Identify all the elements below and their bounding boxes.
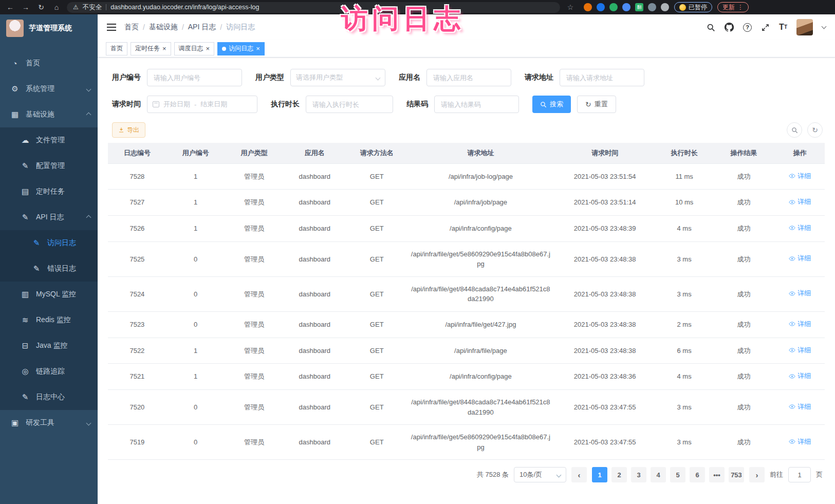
toggle-search-button[interactable] bbox=[787, 122, 802, 138]
detail-link[interactable]: 详细 bbox=[789, 437, 811, 447]
detail-link-label: 详细 bbox=[797, 371, 811, 381]
font-size-icon[interactable]: TT bbox=[779, 23, 787, 31]
home-icon[interactable]: ⌂ bbox=[51, 3, 62, 11]
breadcrumb-item[interactable]: 首页 bbox=[124, 23, 139, 32]
chevron-down-icon[interactable] bbox=[822, 24, 827, 29]
close-icon[interactable]: × bbox=[256, 45, 260, 52]
sidebar-item-gear[interactable]: ⚙系统管理 bbox=[0, 76, 98, 102]
scheduled-task-icon: ▤ bbox=[21, 187, 30, 196]
address-bar[interactable]: ⚠ 不安全 dashboard.yudao.iocoder.cn/infra/l… bbox=[67, 2, 560, 13]
request-time-range[interactable]: 开始日期 - 结束日期 bbox=[147, 96, 257, 113]
reload-icon[interactable]: ↻ bbox=[36, 3, 46, 11]
filter-label-duration: 执行时长 bbox=[271, 100, 300, 109]
tab-item[interactable]: 首页 bbox=[106, 42, 127, 55]
column-header: 用户编号 bbox=[166, 143, 225, 163]
sidebar-item-file-manage[interactable]: ☁文件管理 bbox=[0, 127, 98, 153]
ext-orange-icon[interactable] bbox=[584, 3, 592, 11]
detail-link[interactable]: 详细 bbox=[789, 319, 811, 329]
sidebar-item-access-log[interactable]: ✎访问日志 bbox=[0, 230, 98, 256]
user-id-input[interactable] bbox=[147, 69, 242, 86]
close-icon[interactable]: × bbox=[162, 45, 166, 52]
next-page-button[interactable]: › bbox=[749, 467, 765, 482]
ext-translate-icon[interactable]: 翻 bbox=[635, 3, 643, 11]
cell-action: 详细 bbox=[775, 216, 825, 242]
detail-link[interactable]: 详细 bbox=[789, 253, 811, 264]
user-type-select[interactable]: 请选择用户类型 bbox=[290, 69, 385, 86]
request-url-input[interactable] bbox=[560, 69, 644, 86]
detail-link[interactable]: 详细 bbox=[789, 197, 811, 207]
detail-link[interactable]: 详细 bbox=[789, 223, 811, 233]
user-avatar[interactable] bbox=[796, 19, 813, 35]
sidebar-item-error-log[interactable]: ✎错误日志 bbox=[0, 256, 98, 282]
ext-grid-icon[interactable] bbox=[622, 3, 630, 11]
ext-leaf-icon[interactable] bbox=[648, 3, 656, 11]
app-logo[interactable]: 芋道管理系统 bbox=[0, 14, 98, 42]
help-icon[interactable]: ? bbox=[743, 23, 752, 32]
duration-input[interactable] bbox=[306, 96, 393, 113]
main-panel: 首页/基础设施/API 日志/访问日志 ? TT 首页定时任务×调度日志×访问日… bbox=[98, 14, 835, 504]
refresh-button[interactable]: ↻ bbox=[807, 122, 823, 138]
search-icon[interactable] bbox=[707, 23, 715, 32]
sidebar-item-log-center[interactable]: ✎日志中心 bbox=[0, 384, 98, 410]
goto-page-input[interactable] bbox=[788, 467, 811, 482]
tab-item[interactable]: 调度日志× bbox=[174, 42, 215, 55]
github-icon[interactable] bbox=[725, 23, 734, 32]
cell-url: /api/infra/file/get/8448cada8c714e4ab61f… bbox=[407, 390, 553, 425]
page-button[interactable]: 5 bbox=[670, 467, 685, 482]
sidebar-item-redis-monitor[interactable]: ≋Redis 监控 bbox=[0, 307, 98, 333]
sidebar-item-dashboard[interactable]: ◔首页 bbox=[0, 50, 98, 76]
search-button[interactable]: 搜索 bbox=[532, 96, 571, 113]
page-button[interactable]: 4 bbox=[651, 467, 666, 482]
result-code-input[interactable] bbox=[434, 96, 519, 113]
detail-link[interactable]: 详细 bbox=[789, 371, 811, 381]
ext-green-bird-icon[interactable] bbox=[609, 3, 618, 11]
cell-time: 2021-05-03 23:48:38 bbox=[554, 338, 656, 364]
sidebar-item-mysql-monitor[interactable]: ▥MySQL 监控 bbox=[0, 282, 98, 307]
back-icon[interactable]: ← bbox=[5, 3, 15, 11]
sidebar-item-infra[interactable]: ▦基础设施 bbox=[0, 102, 98, 127]
detail-link[interactable]: 详细 bbox=[789, 171, 811, 181]
cell-app: dashboard bbox=[283, 276, 346, 311]
page-button[interactable]: 6 bbox=[690, 467, 705, 482]
sidebar-item-api-log[interactable]: ✎API 日志 bbox=[0, 204, 98, 230]
bookmark-star-icon[interactable]: ☆ bbox=[565, 3, 576, 11]
forward-icon[interactable]: → bbox=[21, 3, 31, 11]
page-button[interactable]: 1 bbox=[592, 467, 607, 482]
security-label[interactable]: 不安全 bbox=[83, 3, 102, 12]
fullscreen-icon[interactable] bbox=[761, 23, 770, 32]
close-icon[interactable]: × bbox=[206, 45, 210, 52]
tab-item[interactable]: 定时任务× bbox=[131, 42, 171, 55]
page-button[interactable]: 753 bbox=[729, 467, 744, 482]
export-button[interactable]: 导出 bbox=[112, 122, 145, 138]
ext-shield-icon[interactable] bbox=[597, 3, 605, 11]
sidebar-item-trace[interactable]: ◎链路追踪 bbox=[0, 359, 98, 384]
paused-badge-label: 已暂停 bbox=[689, 3, 707, 12]
breadcrumb-item[interactable]: 基础设施 bbox=[149, 23, 178, 32]
reset-button[interactable]: ↻ 重置 bbox=[577, 96, 616, 113]
page-button[interactable]: 2 bbox=[611, 467, 627, 482]
navbar: 首页/基础设施/API 日志/访问日志 ? TT bbox=[98, 14, 835, 40]
goto-label: 前往 bbox=[770, 470, 783, 479]
ext-puzzle-icon[interactable] bbox=[661, 3, 669, 11]
cell-duration: 11 ms bbox=[656, 163, 713, 190]
page-button[interactable]: 3 bbox=[631, 467, 646, 482]
update-button[interactable]: 更新 ⋮ bbox=[717, 2, 749, 12]
sidebar-item-config-manage[interactable]: ✎配置管理 bbox=[0, 153, 98, 179]
app-name-input[interactable] bbox=[426, 69, 511, 86]
tab-item[interactable]: 访问日志× bbox=[217, 42, 265, 55]
sidebar-item-dev-tools[interactable]: ▣研发工具 bbox=[0, 410, 98, 436]
page-ellipsis[interactable]: ••• bbox=[709, 467, 725, 482]
table-row: 75230管理员dashboardGET/api/infra/file/get/… bbox=[108, 311, 825, 338]
hamburger-icon[interactable] bbox=[107, 24, 116, 31]
page-size-select[interactable]: 10条/页 bbox=[514, 467, 566, 482]
cell-action: 详细 bbox=[775, 241, 825, 276]
sidebar-item-scheduled-task[interactable]: ▤定时任务 bbox=[0, 179, 98, 204]
prev-page-button[interactable]: ‹ bbox=[571, 467, 587, 482]
sidebar-item-java-monitor[interactable]: ⊟Java 监控 bbox=[0, 333, 98, 359]
detail-link[interactable]: 详细 bbox=[789, 288, 811, 298]
breadcrumb-item[interactable]: API 日志 bbox=[188, 23, 216, 32]
detail-link[interactable]: 详细 bbox=[789, 402, 811, 412]
detail-link[interactable]: 详细 bbox=[789, 345, 811, 356]
cell-app: dashboard bbox=[283, 338, 346, 364]
paused-badge[interactable]: 已暂停 bbox=[674, 2, 712, 12]
